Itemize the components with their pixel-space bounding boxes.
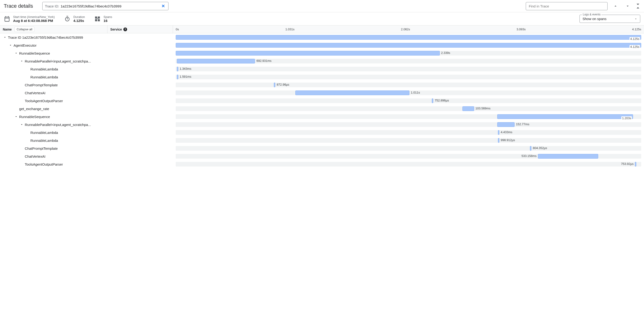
collapse-all-button[interactable]: Collapse all	[14, 27, 34, 32]
span-tree-cell: ChatPromptTemplate	[0, 144, 173, 152]
span-timeline-cell: 4.433ms	[173, 129, 644, 137]
next-result-button[interactable]	[624, 2, 632, 10]
span-timeline-cell: 103.569ms	[173, 105, 644, 113]
span-bar[interactable]	[295, 91, 410, 95]
chevron-down-icon[interactable]	[20, 123, 24, 127]
span-row[interactable]: RunnableParallel<input,agent_scratchpa..…	[0, 121, 644, 129]
spans-value: 16	[104, 19, 112, 23]
span-bar[interactable]	[177, 67, 178, 71]
span-timeline-cell: 692.931ms	[173, 57, 644, 65]
service-column-header: Service ?	[108, 25, 173, 33]
logs-events-dropdown[interactable]: Logs & events Show on spans	[580, 15, 640, 23]
span-row[interactable]: get_exchange_rate103.569ms	[0, 105, 644, 113]
span-row[interactable]: RunnableLambda4.433ms	[0, 129, 644, 137]
span-row[interactable]: RunnableLambda998.912µs	[0, 137, 644, 144]
span-row[interactable]: AgentExecutor4.125s	[0, 41, 644, 49]
span-duration-label: 152.77ms	[516, 123, 529, 126]
span-row[interactable]: RunnableParallel<input,agent_scratchpa..…	[0, 57, 644, 65]
name-column-label: Name	[3, 27, 12, 31]
span-bar[interactable]	[432, 98, 433, 103]
span-name: RunnableLambda	[30, 67, 58, 71]
time-tick: 1.031s	[285, 27, 294, 31]
find-in-trace-input[interactable]	[526, 2, 608, 10]
span-tree-cell: RunnableParallel<input,agent_scratchpa..…	[0, 57, 173, 65]
span-bar[interactable]	[274, 83, 275, 87]
span-tree-cell: RunnableLambda	[0, 65, 173, 73]
span-name: ToolsAgentOutputParser	[25, 162, 63, 166]
clear-icon[interactable]: ✕	[160, 3, 166, 9]
span-bar[interactable]	[635, 162, 636, 166]
span-name: ChatPromptTemplate	[25, 147, 58, 151]
span-timeline-cell: 533.158ms	[173, 152, 644, 160]
span-row[interactable]: Trace ID 1a223e16755f19d6ac74bec4c07b399…	[0, 33, 644, 41]
chevron-down-icon[interactable]	[14, 115, 18, 119]
span-row[interactable]: ChatVertexAI1.011s	[0, 89, 644, 97]
span-duration-label: 1.203s	[621, 116, 632, 120]
span-row[interactable]: ToolsAgentOutputParser752.896µs	[0, 97, 644, 105]
start-time-value: Aug 8 at 6:43:08.068 PM	[13, 19, 55, 23]
span-name: RunnableParallel<input,agent_scratchpa..…	[25, 59, 91, 63]
columns-header: Name Collapse all Service ? 0s1.031s2.06…	[0, 25, 644, 33]
span-duration-label: 1.343ms	[180, 67, 192, 70]
span-row[interactable]: ChatPromptTemplate804.352µs	[0, 144, 644, 152]
span-row[interactable]: RunnableLambda1.343ms	[0, 65, 644, 73]
span-duration-label: 103.569ms	[476, 107, 490, 110]
span-duration-label: 4.433ms	[501, 130, 512, 134]
span-row[interactable]: ToolsAgentOutputParser753.92µs	[0, 160, 644, 168]
span-tree-cell: AgentExecutor	[0, 41, 173, 49]
span-duration-label: 752.896µs	[435, 99, 449, 102]
span-duration-label: 4.125s	[630, 37, 640, 41]
span-tree-cell: ChatVertexAI	[0, 152, 173, 160]
chevron-down-icon[interactable]	[20, 59, 24, 63]
span-bar[interactable]	[530, 146, 531, 151]
span-bar[interactable]	[177, 75, 178, 79]
span-timeline-cell: 1.591ms	[173, 73, 644, 81]
prev-result-button[interactable]	[611, 2, 620, 10]
span-tree-cell: ChatVertexAI	[0, 89, 173, 97]
span-row[interactable]: RunnableSequence2.339s	[0, 49, 644, 57]
span-tree-cell: RunnableLambda	[0, 73, 173, 81]
time-tick: 3.093s	[516, 27, 526, 31]
chevron-down-icon	[625, 4, 630, 8]
service-column-label: Service	[110, 27, 122, 31]
span-bar[interactable]: 4.125s	[176, 35, 641, 40]
span-bar[interactable]	[462, 106, 474, 111]
span-tree-cell: RunnableParallel<input,agent_scratchpa..…	[0, 121, 173, 129]
stats-bar: Start time (America/New_York) Aug 8 at 6…	[0, 12, 644, 25]
span-row[interactable]: RunnableLambda1.591ms	[0, 73, 644, 81]
span-name: Trace ID 1a223e16755f19d6ac74bec4c07b399…	[8, 35, 83, 39]
spans-label: Spans	[104, 15, 112, 19]
span-row[interactable]: RunnableSequence1.203s	[0, 113, 644, 121]
spans-icon	[94, 16, 101, 22]
trace-id-input[interactable]: Trace ID: 1a223e16755f19d6ac74bec4c07b39…	[42, 2, 168, 10]
span-timeline-cell: 804.352µs	[173, 144, 644, 152]
span-bar[interactable]	[498, 138, 499, 143]
collapse-panel-button[interactable]	[636, 3, 640, 9]
span-bar[interactable]	[538, 154, 598, 158]
span-timeline-cell: 752.896µs	[173, 97, 644, 105]
span-bar[interactable]	[497, 122, 514, 127]
span-bar[interactable]: 1.203s	[497, 114, 633, 119]
help-icon[interactable]: ?	[124, 27, 127, 31]
span-tree-cell: ChatPromptTemplate	[0, 81, 173, 89]
span-row[interactable]: ChatPromptTemplate872.96µs	[0, 81, 644, 89]
span-timeline-cell: 4.125s	[173, 33, 644, 41]
span-name: RunnableLambda	[30, 139, 58, 143]
span-name: get_exchange_rate	[19, 107, 49, 111]
span-bar[interactable]: 4.125s	[176, 43, 641, 48]
stopwatch-icon	[64, 16, 70, 22]
span-bar[interactable]	[176, 51, 440, 55]
span-row[interactable]: ChatVertexAI533.158ms	[0, 152, 644, 160]
span-timeline-cell: 1.343ms	[173, 65, 644, 73]
span-timeline-cell: 872.96µs	[173, 81, 644, 89]
chevron-down-icon[interactable]	[14, 51, 18, 55]
chevron-down-icon[interactable]	[3, 35, 7, 39]
span-name: ToolsAgentOutputParser	[25, 99, 63, 103]
span-bar[interactable]	[177, 59, 255, 63]
span-tree-cell: ToolsAgentOutputParser	[0, 97, 173, 105]
span-timeline-cell: 753.92µs	[173, 160, 644, 168]
trace-spans-body: Trace ID 1a223e16755f19d6ac74bec4c07b399…	[0, 33, 644, 168]
span-bar[interactable]	[498, 130, 499, 135]
span-duration-label: 1.591ms	[180, 75, 192, 78]
chevron-down-icon[interactable]	[8, 43, 12, 47]
